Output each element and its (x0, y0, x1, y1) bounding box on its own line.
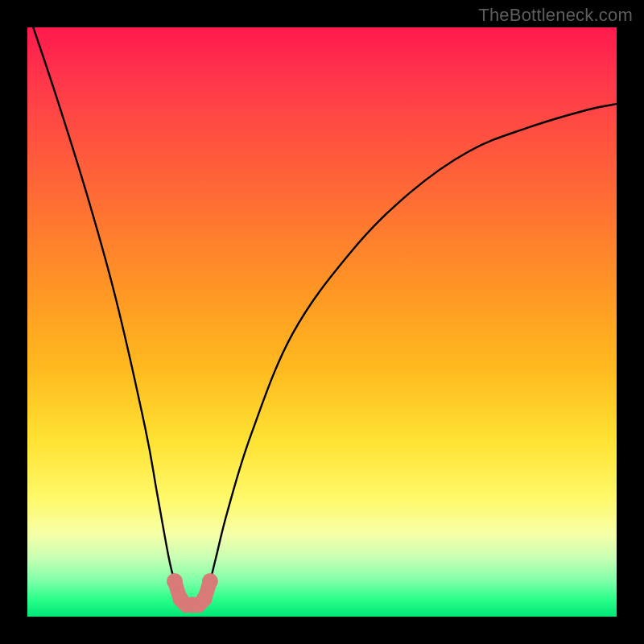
chart-frame: TheBottleneck.com (0, 0, 644, 644)
minimum-band-dot (196, 591, 213, 607)
watermark-text: TheBottleneck.com (478, 5, 633, 26)
bottleneck-curve-line (33, 27, 617, 605)
curve-layer (27, 27, 617, 617)
minimum-band-dot (202, 573, 218, 589)
plot-area (27, 27, 617, 617)
minimum-band-dot (167, 573, 183, 589)
